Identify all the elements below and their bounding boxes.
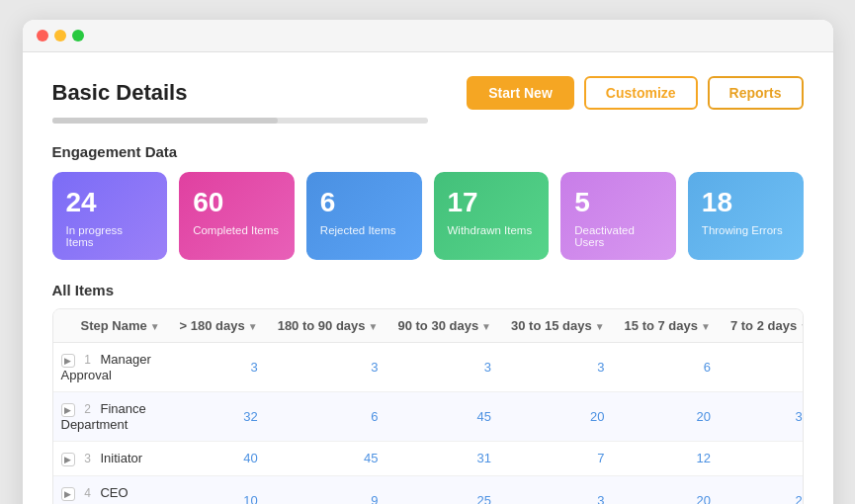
col-header-gt-180[interactable]: > 180 days▼: [170, 309, 268, 343]
reports-button[interactable]: Reports: [708, 76, 804, 110]
expand-button[interactable]: ▶: [61, 487, 75, 501]
progress-bar-fill: [52, 118, 278, 124]
row-step-name: ▶ 4 CEO Approval: [53, 475, 170, 504]
card-label: In progress Items: [66, 224, 154, 248]
expand-button[interactable]: ▶: [61, 403, 75, 417]
table-body: ▶ 1 Manager Approval 3 3 3 3 6 6 ▶ 2 Fin…: [53, 342, 804, 504]
card-number: 60: [193, 188, 281, 218]
all-items-table-wrap: Step Name▼> 180 days▼180 to 90 days▼90 t…: [52, 308, 804, 504]
row-90-30: 3: [387, 342, 501, 391]
sort-icon: ▼: [150, 321, 160, 332]
sort-icon: ▼: [481, 321, 491, 332]
row-name-label: Initiator: [100, 451, 142, 465]
sort-icon: ▼: [800, 321, 803, 332]
card-label: Completed Items: [193, 224, 281, 236]
row-30-15: 3: [501, 342, 615, 391]
row-180-90: 9: [268, 475, 388, 504]
row-15-7: 12: [615, 441, 721, 475]
table-row[interactable]: ▶ 2 Finance Department 32 6 45 20 20 32: [53, 391, 804, 441]
page-title: Basic Details: [52, 80, 188, 106]
row-gt180: 32: [170, 391, 268, 441]
header-row: Basic Details Start New Customize Report…: [52, 76, 804, 110]
maximize-dot[interactable]: [72, 30, 84, 42]
col-header-7-2[interactable]: 7 to 2 days▼: [721, 309, 804, 343]
row-step-name: ▶ 3 Initiator: [53, 441, 170, 475]
main-content: Basic Details Start New Customize Report…: [23, 52, 833, 504]
row-30-15: 3: [501, 475, 615, 504]
all-items-table: Step Name▼> 180 days▼180 to 90 days▼90 t…: [53, 309, 804, 504]
start-new-button[interactable]: Start New: [467, 76, 574, 110]
row-180-90: 45: [268, 441, 388, 475]
row-7-2: 21: [721, 475, 804, 504]
minimize-dot[interactable]: [54, 30, 66, 42]
col-header-15-7[interactable]: 15 to 7 days▼: [615, 309, 721, 343]
row-90-30: 45: [387, 391, 501, 441]
table-row[interactable]: ▶ 1 Manager Approval 3 3 3 3 6 6: [53, 342, 804, 391]
card-number: 6: [320, 188, 408, 218]
engagement-card-rejected[interactable]: 6 Rejected Items: [306, 172, 422, 260]
row-7-2: 32: [721, 391, 804, 441]
row-90-30: 31: [387, 441, 501, 475]
row-step-name: ▶ 2 Finance Department: [53, 391, 170, 441]
engagement-card-in-progress[interactable]: 24 In progress Items: [52, 172, 168, 260]
sort-icon: ▼: [369, 321, 379, 332]
row-30-15: 20: [501, 391, 615, 441]
row-number: 2: [84, 402, 91, 416]
progress-bar-wrap: [52, 118, 428, 124]
row-15-7: 20: [615, 391, 721, 441]
col-header-180-90[interactable]: 180 to 90 days▼: [268, 309, 388, 343]
expand-button[interactable]: ▶: [61, 354, 75, 368]
table-head: Step Name▼> 180 days▼180 to 90 days▼90 t…: [53, 309, 804, 343]
card-number: 24: [66, 188, 154, 218]
engagement-card-completed[interactable]: 60 Completed Items: [179, 172, 295, 260]
row-number: 3: [84, 452, 91, 465]
row-gt180: 40: [170, 441, 268, 475]
row-number: 4: [84, 486, 91, 500]
sort-icon: ▼: [701, 321, 711, 332]
card-label: Rejected Items: [320, 224, 408, 236]
all-items-title: All Items: [52, 282, 804, 298]
row-180-90: 3: [268, 342, 388, 391]
table-row[interactable]: ▶ 4 CEO Approval 10 9 25 3 20 21: [53, 475, 804, 504]
row-step-name: ▶ 1 Manager Approval: [53, 342, 170, 391]
sort-icon: ▼: [248, 321, 258, 332]
row-7-2: 8: [721, 441, 804, 475]
card-label: Deactivated Users: [574, 224, 662, 248]
engagement-cards-row: 24 In progress Items 60 Completed Items …: [52, 172, 804, 260]
row-15-7: 6: [615, 342, 721, 391]
col-header-30-15[interactable]: 30 to 15 days▼: [501, 309, 615, 343]
card-number: 18: [702, 188, 790, 218]
row-180-90: 6: [268, 391, 388, 441]
card-label: Throwing Errors: [702, 224, 790, 236]
row-number: 1: [84, 353, 91, 367]
engagement-card-withdrawn[interactable]: 17 Withdrawn Items: [434, 172, 550, 260]
row-15-7: 20: [615, 475, 721, 504]
row-30-15: 7: [501, 441, 615, 475]
card-label: Withdrawn Items: [448, 224, 536, 236]
expand-button[interactable]: ▶: [61, 453, 75, 466]
row-gt180: 3: [170, 342, 268, 391]
engagement-card-deactivated[interactable]: 5 Deactivated Users: [560, 172, 676, 260]
header-buttons: Start New Customize Reports: [467, 76, 803, 110]
app-window: Basic Details Start New Customize Report…: [23, 20, 833, 504]
row-gt180: 10: [170, 475, 268, 504]
customize-button[interactable]: Customize: [584, 76, 698, 110]
sort-icon: ▼: [595, 321, 605, 332]
col-header-step-name[interactable]: Step Name▼: [53, 309, 170, 343]
card-number: 17: [448, 188, 536, 218]
col-header-90-30[interactable]: 90 to 30 days▼: [387, 309, 501, 343]
close-dot[interactable]: [37, 30, 48, 42]
row-7-2: 6: [721, 342, 804, 391]
row-90-30: 25: [387, 475, 501, 504]
title-bar: [23, 20, 833, 52]
engagement-section-title: Engagement Data: [52, 143, 804, 160]
engagement-card-errors[interactable]: 18 Throwing Errors: [688, 172, 804, 260]
card-number: 5: [574, 188, 662, 218]
table-row[interactable]: ▶ 3 Initiator 40 45 31 7 12 8: [53, 441, 804, 475]
